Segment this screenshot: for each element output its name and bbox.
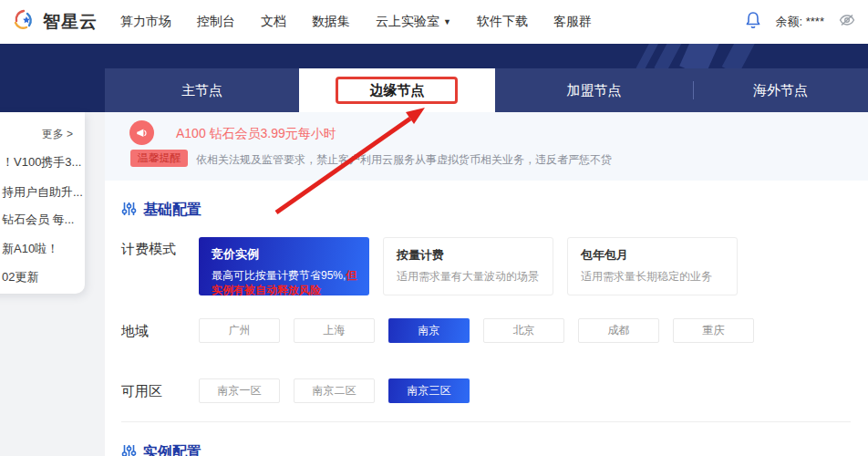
- region-option-guangzhou[interactable]: 广州: [199, 318, 280, 343]
- nav-right-group: 余额: ****: [745, 11, 868, 33]
- billing-option-desc: 最高可比按量计费节省95%,但实例有被自动释放风险: [212, 268, 367, 297]
- zone-option-2[interactable]: 南京二区: [294, 378, 375, 403]
- instance-config-header: 实例配置: [121, 443, 202, 456]
- region-option-shanghai[interactable]: 上海: [294, 318, 375, 343]
- promo-strip: A100 钻石会员3.99元每小时 温馨提醒 依相关法规及监管要求，禁止客户利用…: [105, 112, 868, 181]
- nav-item-downloads[interactable]: 软件下载: [477, 14, 528, 30]
- tab-overseas-node[interactable]: 海外节点: [693, 68, 868, 112]
- zone-option-3[interactable]: 南京三区: [388, 378, 470, 403]
- billing-option-spot[interactable]: 竞价实例 最高可比按量计费节省95%,但实例有被自动释放风险: [199, 237, 369, 295]
- basic-config-title: 基础配置: [143, 201, 202, 220]
- decorative-stripes: [722, 44, 755, 68]
- billing-option-title: 包年包月: [581, 247, 726, 264]
- zone-option-1[interactable]: 南京一区: [199, 378, 280, 403]
- notice-text: 依相关法规及监管要求，禁止客户利用云服务从事虚拟货币相关业务，违反者严惩不贷: [196, 152, 612, 168]
- node-tabs: 主节点 边缘节点 加盟节点 海外节点: [105, 68, 868, 112]
- billing-mode-label: 计费模式: [121, 241, 176, 258]
- nav-menu: 算力市场 控制台 文档 数据集 云上实验室 ▼ 软件下载 客服群: [120, 14, 592, 30]
- nav-item-datasets[interactable]: 数据集: [312, 14, 350, 30]
- logo-icon: [11, 8, 35, 36]
- billing-option-subscription[interactable]: 包年包月 适用需求量长期稳定的业务: [567, 237, 738, 295]
- nav-item-market[interactable]: 算力市场: [120, 14, 171, 30]
- region-option-beijing[interactable]: 北京: [483, 318, 564, 343]
- tab-franchise-node[interactable]: 加盟节点: [495, 68, 693, 112]
- sliders-icon: [121, 202, 137, 220]
- billing-option-desc: 适用需求量有大量波动的场景: [397, 269, 542, 284]
- navy-banner-band: [0, 44, 868, 68]
- zone-label: 可用区: [121, 383, 162, 400]
- region-label: 地域: [121, 323, 149, 340]
- announcements-panel: 更多 > ！V100携手3... 持用户自助升... 钻石会员 每... 新A1…: [0, 112, 85, 294]
- instance-config-title: 实例配置: [143, 443, 202, 456]
- top-navigation: 智星云 算力市场 控制台 文档 数据集 云上实验室 ▼ 软件下载 客服群 余额:…: [0, 0, 868, 44]
- announcement-item[interactable]: 新A10啦！: [2, 241, 58, 257]
- more-link[interactable]: 更多 >: [42, 127, 73, 142]
- decorative-stripes: [679, 44, 719, 68]
- navy-left-patch: [0, 68, 105, 112]
- logo[interactable]: 智星云: [0, 8, 109, 36]
- annotation-highlight-box: [336, 77, 458, 104]
- decorative-stripes: [654, 44, 682, 68]
- region-option-chengdu[interactable]: 成都: [578, 318, 659, 343]
- billing-option-title: 竞价实例: [212, 246, 358, 263]
- configuration-panel: 基础配置 计费模式 竞价实例 最高可比按量计费节省95%,但实例有被自动释放风险…: [105, 181, 868, 456]
- announcement-item[interactable]: ！V100携手3...: [2, 154, 81, 171]
- nav-item-support-group[interactable]: 客服群: [553, 14, 592, 30]
- announcement-item[interactable]: 02更新: [2, 269, 38, 285]
- billing-option-desc: 适用需求量长期稳定的业务: [581, 269, 726, 284]
- notice-badge: 温馨提醒: [130, 150, 188, 167]
- logo-text: 智星云: [43, 10, 98, 34]
- billing-option-title: 按量计费: [397, 247, 542, 264]
- sliders-icon: [121, 444, 137, 456]
- announcement-item[interactable]: 持用户自助升...: [2, 184, 83, 201]
- region-option-chongqing[interactable]: 重庆: [673, 318, 754, 343]
- basic-config-header: 基础配置: [121, 201, 202, 220]
- bell-icon[interactable]: [745, 11, 761, 33]
- balance-label: 余额: ****: [776, 14, 824, 30]
- eye-off-icon[interactable]: [839, 14, 855, 30]
- nav-item-cloud-lab[interactable]: 云上实验室 ▼: [376, 14, 451, 30]
- billing-option-ondemand[interactable]: 按量计费 适用需求量有大量波动的场景: [383, 237, 553, 295]
- region-option-nanjing[interactable]: 南京: [388, 318, 470, 343]
- section-divider: [121, 421, 851, 422]
- chevron-down-icon: ▼: [443, 17, 451, 26]
- tab-main-node[interactable]: 主节点: [105, 68, 299, 112]
- nav-item-console[interactable]: 控制台: [197, 14, 235, 30]
- nav-item-docs[interactable]: 文档: [261, 14, 286, 30]
- megaphone-icon: [129, 120, 154, 145]
- promo-headline[interactable]: A100 钻石会员3.99元每小时: [176, 126, 336, 142]
- announcement-item[interactable]: 钻石会员 每...: [2, 212, 74, 228]
